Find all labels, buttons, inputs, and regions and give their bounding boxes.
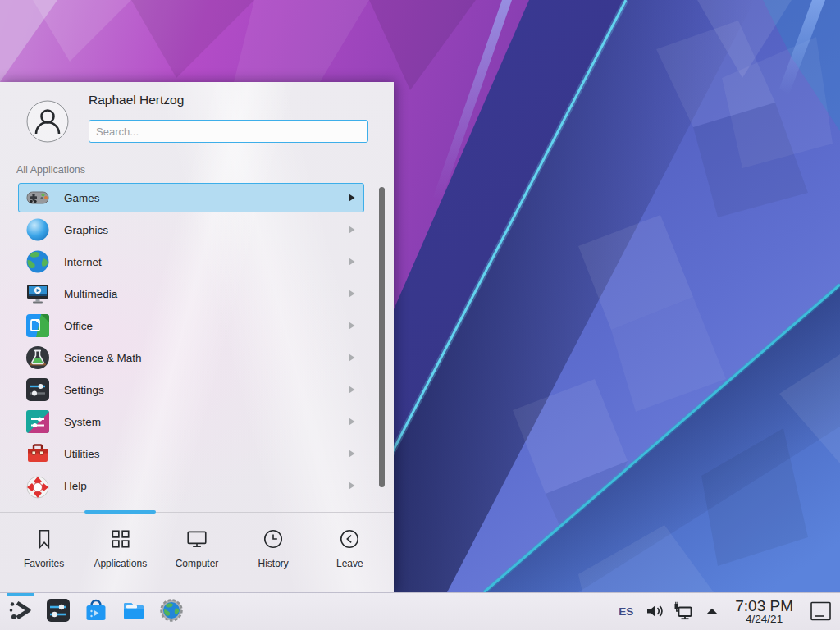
show-desktop-button[interactable] xyxy=(810,600,832,623)
category-help[interactable]: Help xyxy=(18,471,364,500)
settings-sliders-icon xyxy=(25,377,51,403)
chevron-right-icon xyxy=(349,482,355,490)
category-graphics[interactable]: Graphics xyxy=(18,215,364,244)
search-field-wrap xyxy=(89,120,368,143)
user-avatar[interactable] xyxy=(26,100,69,143)
category-settings[interactable]: Settings xyxy=(18,375,364,404)
category-label: Help xyxy=(64,480,349,492)
app-grid-icon xyxy=(109,527,132,550)
active-tab-indicator xyxy=(84,510,156,514)
chevron-right-icon xyxy=(349,194,355,202)
tab-favorites[interactable]: Favorites xyxy=(6,513,82,592)
category-science-math[interactable]: Science & Math xyxy=(18,343,364,372)
category-utilities[interactable]: Utilities xyxy=(18,439,364,468)
category-label: Settings xyxy=(64,384,349,396)
volume-icon[interactable] xyxy=(644,600,665,622)
office-document-icon xyxy=(25,313,51,339)
clock-date: 4/24/21 xyxy=(735,614,793,625)
chevron-right-icon xyxy=(349,450,355,458)
discover-bag-icon xyxy=(83,597,109,627)
category-multimedia[interactable]: Multimedia xyxy=(18,279,364,308)
tab-label: Favorites xyxy=(24,558,64,569)
category-label: Graphics xyxy=(64,224,349,236)
tab-label: History xyxy=(258,558,288,569)
globe-gear-icon xyxy=(158,597,185,627)
utilities-toolbox-icon xyxy=(25,441,51,467)
tab-computer[interactable]: Computer xyxy=(158,513,235,592)
user-name: Raphael Hertzog xyxy=(89,93,184,107)
search-input[interactable] xyxy=(89,120,368,143)
tab-leave[interactable]: Leave xyxy=(312,513,388,592)
tab-label: Leave xyxy=(336,558,363,569)
active-task-indicator xyxy=(7,593,34,596)
chevron-right-icon xyxy=(349,354,355,362)
web-browser-button[interactable] xyxy=(156,596,187,628)
chevron-right-icon xyxy=(349,418,355,426)
category-office[interactable]: Office xyxy=(18,311,364,340)
kickoff-icon xyxy=(7,597,34,627)
category-label: Multimedia xyxy=(64,288,349,300)
application-launcher-popup: Raphael Hertzog All Applications xyxy=(0,82,394,592)
desktop: Raphael Hertzog All Applications xyxy=(0,0,840,630)
category-label: Science & Math xyxy=(64,352,349,364)
tab-applications[interactable]: Applications xyxy=(82,513,158,592)
system-tray: ES xyxy=(619,598,832,625)
chevron-right-icon xyxy=(349,226,355,234)
folder-icon xyxy=(121,597,147,627)
chevron-right-icon xyxy=(349,386,355,394)
text-caret xyxy=(94,124,94,139)
tab-label: Applications xyxy=(94,558,147,569)
help-lifebuoy-icon xyxy=(25,472,51,499)
category-label: Internet xyxy=(64,256,349,268)
taskbar-panel: ES xyxy=(0,592,840,630)
bookmark-icon xyxy=(33,527,56,550)
scrollbar-track xyxy=(379,187,385,487)
category-list: Games Graphics xyxy=(0,180,394,511)
file-manager-button[interactable] xyxy=(118,596,149,628)
category-label: Games xyxy=(64,192,349,204)
history-clock-icon xyxy=(262,527,285,550)
category-games[interactable]: Games xyxy=(18,183,364,212)
chevron-right-icon xyxy=(349,258,355,266)
discover-button[interactable] xyxy=(80,596,112,628)
expand-tray-caret-icon[interactable] xyxy=(701,600,723,622)
system-sliders-icon xyxy=(25,409,51,435)
chevron-right-icon xyxy=(349,290,355,298)
computer-monitor-icon xyxy=(185,527,208,550)
category-label: Utilities xyxy=(64,448,349,460)
tab-history[interactable]: History xyxy=(235,513,312,592)
internet-globe-icon xyxy=(25,249,51,275)
digital-clock[interactable]: 7:03 PM 4/24/21 xyxy=(735,598,793,625)
games-gamepad-icon xyxy=(25,185,51,211)
section-label: All Applications xyxy=(16,164,85,176)
leave-back-icon xyxy=(338,527,361,550)
chevron-right-icon xyxy=(349,322,355,330)
category-label: Office xyxy=(64,320,349,332)
application-launcher-button[interactable] xyxy=(5,596,36,628)
show-desktop-icon xyxy=(810,600,832,623)
graphics-sphere-icon xyxy=(25,217,51,243)
launcher-tabbar: Favorites Applications xyxy=(0,512,394,592)
category-internet[interactable]: Internet xyxy=(18,247,364,276)
network-wired-icon[interactable] xyxy=(673,600,694,622)
multimedia-monitor-icon xyxy=(25,281,51,307)
keyboard-layout-indicator[interactable]: ES xyxy=(619,605,633,618)
clock-time: 7:03 PM xyxy=(735,598,793,614)
category-system[interactable]: System xyxy=(18,407,364,436)
science-flask-icon xyxy=(25,345,51,371)
system-settings-icon xyxy=(45,597,71,627)
system-settings-button[interactable] xyxy=(43,596,74,628)
scrollbar-thumb[interactable] xyxy=(379,187,385,487)
category-label: System xyxy=(64,416,349,428)
tab-label: Computer xyxy=(176,558,219,569)
